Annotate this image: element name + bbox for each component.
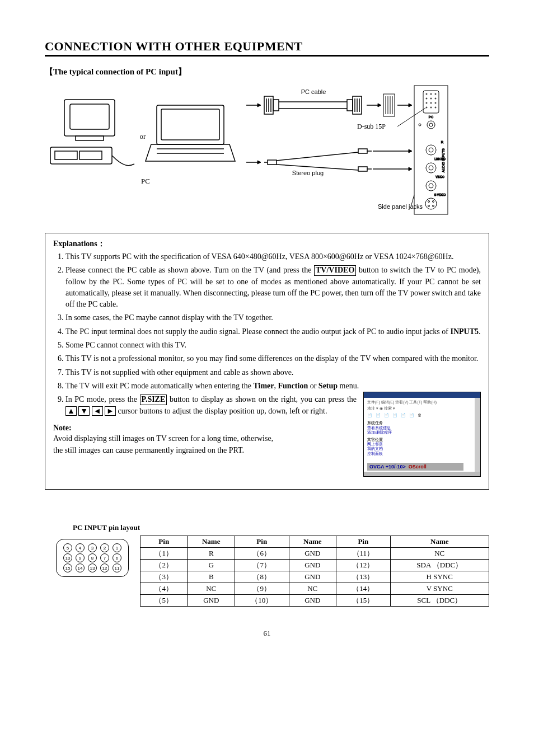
- pin-table-cell: NC: [390, 548, 489, 560]
- pin-table-header: Name: [289, 536, 336, 548]
- svg-marker-36: [409, 104, 412, 107]
- svg-text:PC: PC: [141, 177, 150, 185]
- svg-point-83: [428, 205, 430, 207]
- svg-line-38: [397, 108, 425, 126]
- pin-section: PC INPUT pin layout 54321 109876 1514131…: [45, 523, 489, 607]
- svg-point-69: [429, 123, 433, 126]
- page-number: 61: [45, 629, 489, 638]
- svg-point-75: [429, 166, 433, 170]
- section-subhead: 【The typical connection of PC input】: [45, 67, 489, 77]
- svg-rect-40: [268, 160, 277, 165]
- svg-point-82: [433, 201, 434, 203]
- svg-point-64: [430, 107, 432, 108]
- svg-rect-16: [273, 100, 279, 111]
- svg-point-74: [426, 163, 436, 173]
- explain-item-6: This TV is not a professional monitor, s…: [65, 353, 481, 364]
- svg-rect-53: [423, 91, 439, 113]
- pin-circle: 10: [63, 553, 72, 562]
- pin-table-cell: （1）: [140, 548, 188, 560]
- svg-point-81: [428, 201, 430, 203]
- svg-marker-48: [409, 149, 412, 153]
- pin-table-header: Pin: [140, 536, 188, 548]
- explain-item-3: In some cases, the PC maybe cannot displ…: [65, 312, 481, 323]
- pin-table-cell: （7）: [235, 560, 289, 571]
- explain-item-2: Please connect the PC cable as shown abo…: [65, 265, 481, 310]
- down-arrow-icon: ▼: [78, 406, 90, 416]
- svg-rect-3: [50, 147, 112, 164]
- pin-table-cell: （8）: [235, 571, 289, 583]
- pin-table-cell: GND: [289, 595, 336, 607]
- explain-item-4: The PC input terminal does not supply th…: [65, 326, 481, 337]
- svg-line-41: [277, 152, 358, 161]
- svg-point-80: [425, 198, 437, 209]
- pin-table: PinNamePinNamePinName （1）R（6）GND（11）NC（2…: [140, 536, 489, 607]
- pin-table-cell: （5）: [140, 595, 188, 607]
- svg-point-54: [426, 93, 427, 95]
- pin-layout-diagram: 54321 109876 1514131211: [56, 539, 129, 577]
- pin-circle: 5: [63, 543, 72, 552]
- svg-rect-30: [383, 94, 395, 116]
- pin-table-cell: （3）: [140, 571, 188, 583]
- svg-point-77: [426, 181, 436, 191]
- explain-item-1: This TV supports PC with the specificati…: [65, 251, 481, 262]
- pin-table-header: Pin: [235, 536, 289, 548]
- pin-table-cell: GND: [289, 571, 336, 583]
- pin-circle: 4: [76, 543, 85, 552]
- pin-table-cell: NC: [188, 583, 235, 595]
- svg-rect-0: [64, 100, 115, 136]
- pin-table-cell: SDA （DDC）: [390, 560, 489, 571]
- pin-circle: 1: [113, 543, 121, 552]
- pin-table-cell: （14）: [336, 583, 391, 595]
- svg-point-72: [429, 148, 433, 152]
- svg-point-71: [426, 145, 436, 155]
- svg-rect-19: [347, 100, 353, 111]
- svg-point-78: [429, 184, 433, 188]
- page-title: CONNECTION WITH OTHER EQUIPMENT: [45, 39, 489, 54]
- svg-rect-44: [358, 167, 367, 171]
- pin-table-cell: （4）: [140, 583, 188, 595]
- svg-point-84: [433, 205, 434, 207]
- svg-point-62: [435, 102, 436, 104]
- pin-table-cell: SCL （DDC）: [390, 595, 489, 607]
- svg-text:Side panel jacks: Side panel jacks: [378, 203, 423, 210]
- svg-rect-4: [55, 151, 77, 159]
- or-label: or: [140, 132, 147, 140]
- pin-table-cell: （10）: [235, 595, 289, 607]
- pin-table-cell: （12）: [336, 560, 391, 571]
- pin-table-cell: G: [188, 560, 235, 571]
- screenshot-oscroll-label: OScroll: [409, 464, 427, 469]
- up-arrow-icon: ▲: [65, 406, 77, 416]
- left-arrow-icon: ◄: [92, 406, 103, 416]
- table-row: （1）R（6）GND（11）NC: [140, 548, 489, 560]
- right-arrow-icon: ►: [105, 406, 116, 416]
- pin-table-cell: NC: [289, 583, 336, 595]
- pin-table-cell: H SYNC: [390, 571, 489, 583]
- pin-table-cell: （13）: [336, 571, 391, 583]
- svg-marker-29: [378, 104, 381, 107]
- pin-table-cell: （15）: [336, 595, 391, 607]
- pin-table-cell: （2）: [140, 560, 188, 571]
- svg-marker-12: [257, 104, 261, 107]
- pin-circle: 3: [88, 543, 97, 552]
- svg-rect-7: [161, 109, 219, 140]
- svg-point-65: [435, 107, 436, 108]
- pin-table-cell: GND: [289, 548, 336, 560]
- pin-circle: 2: [100, 543, 109, 552]
- svg-text:VIDEO: VIDEO: [435, 175, 444, 179]
- svg-point-60: [426, 102, 427, 104]
- explain-item-9: 文件(F) 编辑(E) 查看(V) 工具(T) 帮助(H) 地址 ▾ ◉ 搜索 …: [65, 394, 481, 417]
- screenshot-ovga-label: OVGA +10/-10>: [369, 464, 406, 469]
- svg-rect-43: [358, 149, 367, 153]
- pin-table-cell: V SYNC: [390, 583, 489, 595]
- pin-table-header: Pin: [336, 536, 391, 548]
- svg-rect-2: [76, 136, 104, 140]
- svg-text:AUDIO INPUTS: AUDIO INPUTS: [442, 148, 445, 172]
- pin-table-cell: GND: [188, 595, 235, 607]
- svg-text:D-sub 15P: D-sub 15P: [357, 123, 386, 130]
- svg-point-68: [427, 121, 435, 129]
- pc-mode-screenshot: 文件(F) 编辑(E) 查看(V) 工具(T) 帮助(H) 地址 ▾ ◉ 搜索 …: [363, 392, 481, 477]
- tv-video-button-label: TV/VIDEO: [314, 265, 356, 276]
- svg-marker-50: [409, 167, 412, 171]
- pin-table-header: Name: [390, 536, 489, 548]
- svg-rect-1: [70, 104, 109, 129]
